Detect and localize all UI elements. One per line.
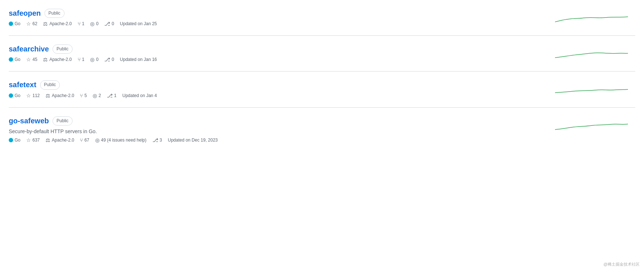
- repo-meta-safetext: Go ☆ 112 ⚖ Apache-2.0 ⑂ 5 ◎ 2: [9, 93, 546, 99]
- license-icon-safearchive: ⚖: [43, 57, 48, 62]
- star-icon-safetext: ☆: [26, 93, 31, 99]
- sparkline-go-safeweb: [555, 119, 628, 134]
- sparkline-svg-safetext: [555, 83, 628, 98]
- issues-safetext[interactable]: ◎ 2: [93, 93, 101, 99]
- lang-label-go-safeweb: Go: [15, 138, 20, 143]
- license-icon-go-safeweb: ⚖: [46, 137, 50, 143]
- repo-header-go-safeweb: go-safeweb Public: [9, 116, 546, 126]
- fork-count-safetext: 5: [84, 93, 87, 98]
- star-count-go-safeweb: 637: [32, 138, 40, 143]
- fork-count-go-safeweb: 67: [84, 138, 89, 143]
- prs-safearchive[interactable]: ⎇ 0: [104, 57, 114, 62]
- pr-count-go-safeweb: 3: [160, 138, 162, 143]
- pr-count-safetext: 1: [114, 93, 117, 98]
- repo-header-safeopen: safeopen Public: [9, 9, 546, 18]
- lang-dot-safearchive: [9, 57, 13, 62]
- sparkline-safearchive: [555, 47, 628, 62]
- lang-dot-safeopen: [9, 22, 13, 26]
- repo-item-safetext: safetext Public Go ☆ 112 ⚖ Apache-2.0: [9, 72, 635, 107]
- repo-sparkline-area-safeopen: [555, 9, 635, 26]
- fork-icon-safearchive: ⑂: [78, 57, 81, 62]
- repo-visibility-safeopen: Public: [44, 9, 65, 18]
- repo-name-safetext[interactable]: safetext: [9, 81, 36, 89]
- pr-count-safeopen: 0: [112, 21, 114, 26]
- pr-icon-safetext: ⎇: [107, 93, 113, 99]
- updated-label-safetext: Updated on Jan 4: [123, 93, 157, 98]
- fork-icon-go-safeweb: ⑂: [80, 137, 83, 143]
- issues-icon-safearchive: ◎: [90, 57, 94, 62]
- issues-count-safetext: 2: [98, 93, 101, 98]
- repo-header-safearchive: safearchive Public: [9, 45, 546, 54]
- fork-count-safearchive: 1: [82, 57, 85, 62]
- star-count-safeopen: 62: [32, 21, 37, 26]
- forks-go-safeweb[interactable]: ⑂ 67: [80, 137, 89, 143]
- lang-label-safearchive: Go: [15, 57, 20, 62]
- repo-left-safearchive: safearchive Public Go ☆ 45 ⚖ Apache-2.0: [9, 45, 546, 62]
- issues-safeopen[interactable]: ◎ 0: [90, 21, 98, 27]
- repo-item-safearchive: safearchive Public Go ☆ 45 ⚖ Apache-2.0: [9, 36, 635, 72]
- prs-safetext[interactable]: ⎇ 1: [107, 93, 117, 99]
- issues-icon-go-safeweb: ◎: [95, 137, 100, 143]
- issues-count-safeopen: 0: [96, 21, 98, 26]
- updated-safetext: Updated on Jan 4: [123, 93, 157, 98]
- fork-icon-safeopen: ⑂: [78, 21, 81, 27]
- updated-label-safearchive: Updated on Jan 16: [120, 57, 157, 62]
- pr-count-safearchive: 0: [112, 57, 114, 62]
- repo-meta-go-safeweb: Go ☆ 637 ⚖ Apache-2.0 ⑂ 67 ◎ 49 (4 issue…: [9, 137, 546, 143]
- updated-label-go-safeweb: Updated on Dec 19, 2023: [168, 138, 218, 143]
- stars-safearchive[interactable]: ☆ 45: [26, 57, 37, 62]
- repo-name-safearchive[interactable]: safearchive: [9, 45, 49, 53]
- repo-left-safeopen: safeopen Public Go ☆ 62 ⚖ Apache-2.0: [9, 9, 546, 27]
- repo-sparkline-area-safearchive: [555, 45, 635, 62]
- sparkline-svg-safeopen: [555, 12, 628, 26]
- repo-name-safeopen[interactable]: safeopen: [9, 9, 41, 18]
- issues-count-safearchive: 0: [96, 57, 98, 62]
- lang-label-safetext: Go: [15, 93, 20, 98]
- language-safeopen: Go: [9, 21, 20, 26]
- issues-icon-safetext: ◎: [93, 93, 97, 99]
- fork-count-safeopen: 1: [82, 21, 85, 26]
- forks-safeopen[interactable]: ⑂ 1: [78, 21, 85, 27]
- license-safearchive: ⚖ Apache-2.0: [43, 57, 71, 62]
- prs-go-safeweb[interactable]: ⎇ 3: [152, 137, 162, 143]
- fork-icon-safetext: ⑂: [80, 93, 83, 99]
- repo-visibility-safetext: Public: [40, 80, 60, 89]
- repo-name-go-safeweb[interactable]: go-safeweb: [9, 117, 49, 125]
- repo-left-go-safeweb: go-safeweb Public Secure-by-default HTTP…: [9, 116, 546, 143]
- star-count-safetext: 112: [32, 93, 40, 98]
- issues-safearchive[interactable]: ◎ 0: [90, 57, 98, 62]
- stars-safetext[interactable]: ☆ 112: [26, 93, 40, 99]
- forks-safearchive[interactable]: ⑂ 1: [78, 57, 85, 62]
- license-icon-safetext: ⚖: [46, 93, 50, 99]
- pr-icon-go-safeweb: ⎇: [152, 137, 158, 143]
- language-safearchive: Go: [9, 57, 20, 62]
- repository-list: safeopen Public Go ☆ 62 ⚖ Apache-2.0: [9, 0, 635, 152]
- forks-safetext[interactable]: ⑂ 5: [80, 93, 87, 99]
- license-safetext: ⚖ Apache-2.0: [46, 93, 74, 99]
- license-go-safeweb: ⚖ Apache-2.0: [46, 137, 74, 143]
- license-label-safetext: Apache-2.0: [52, 93, 74, 98]
- stars-safeopen[interactable]: ☆ 62: [26, 21, 37, 27]
- repo-meta-safearchive: Go ☆ 45 ⚖ Apache-2.0 ⑂ 1 ◎ 0: [9, 57, 546, 62]
- prs-safeopen[interactable]: ⎇ 0: [104, 21, 114, 27]
- repo-meta-safeopen: Go ☆ 62 ⚖ Apache-2.0 ⑂ 1 ◎ 0: [9, 21, 546, 27]
- lang-dot-go-safeweb: [9, 138, 13, 142]
- sparkline-svg-safearchive: [555, 47, 628, 62]
- issues-count-go-safeweb: 49 (4 issues need help): [101, 138, 147, 143]
- star-icon-safeopen: ☆: [26, 21, 31, 27]
- repo-visibility-go-safeweb: Public: [53, 116, 73, 126]
- repo-left-safetext: safetext Public Go ☆ 112 ⚖ Apache-2.0: [9, 80, 546, 98]
- repo-item-safeopen: safeopen Public Go ☆ 62 ⚖ Apache-2.0: [9, 0, 635, 36]
- stars-go-safeweb[interactable]: ☆ 637: [26, 137, 40, 143]
- updated-safearchive: Updated on Jan 16: [120, 57, 157, 62]
- sparkline-safeopen: [555, 12, 628, 26]
- star-icon-safearchive: ☆: [26, 57, 31, 62]
- issues-icon-safeopen: ◎: [90, 21, 94, 27]
- issues-go-safeweb[interactable]: ◎ 49 (4 issues need help): [95, 137, 147, 143]
- license-label-safearchive: Apache-2.0: [49, 57, 71, 62]
- pr-icon-safearchive: ⎇: [104, 57, 110, 62]
- license-label-safeopen: Apache-2.0: [49, 21, 71, 26]
- repo-description-go-safeweb: Secure-by-default HTTP servers in Go.: [9, 128, 546, 134]
- repo-item-go-safeweb: go-safeweb Public Secure-by-default HTTP…: [9, 108, 635, 152]
- sparkline-safetext: [555, 83, 628, 98]
